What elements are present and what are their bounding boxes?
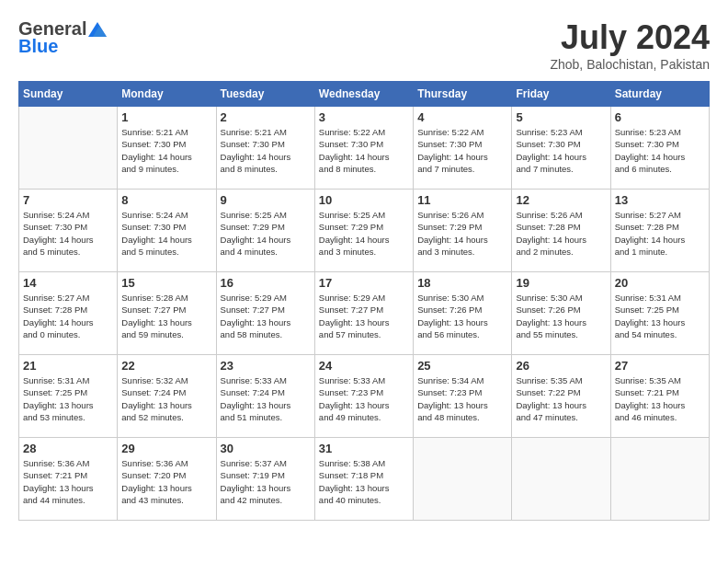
month-title: July 2024 xyxy=(550,18,710,57)
day-of-week-header: Saturday xyxy=(610,82,709,107)
day-info: Sunrise: 5:37 AM Sunset: 7:19 PM Dayligh… xyxy=(221,457,311,506)
day-of-week-header: Friday xyxy=(512,82,610,107)
day-of-week-header: Wednesday xyxy=(314,82,413,107)
calendar-cell: 28Sunrise: 5:36 AM Sunset: 7:21 PM Dayli… xyxy=(19,438,118,521)
day-number: 18 xyxy=(417,276,507,290)
day-info: Sunrise: 5:23 AM Sunset: 7:30 PM Dayligh… xyxy=(516,126,606,175)
calendar-cell: 2Sunrise: 5:21 AM Sunset: 7:30 PM Daylig… xyxy=(216,107,314,190)
calendar-cell: 25Sunrise: 5:34 AM Sunset: 7:23 PM Dayli… xyxy=(414,355,512,438)
day-info: Sunrise: 5:31 AM Sunset: 7:25 PM Dayligh… xyxy=(615,292,705,340)
day-number: 4 xyxy=(417,110,507,124)
day-number: 1 xyxy=(121,110,211,124)
calendar-cell: 20Sunrise: 5:31 AM Sunset: 7:25 PM Dayli… xyxy=(610,272,709,355)
day-number: 28 xyxy=(23,442,113,455)
calendar-cell: 27Sunrise: 5:35 AM Sunset: 7:21 PM Dayli… xyxy=(610,355,709,438)
calendar-cell: 23Sunrise: 5:33 AM Sunset: 7:24 PM Dayli… xyxy=(216,355,314,438)
day-number: 9 xyxy=(221,193,311,207)
day-info: Sunrise: 5:29 AM Sunset: 7:27 PM Dayligh… xyxy=(319,292,409,340)
day-info: Sunrise: 5:26 AM Sunset: 7:28 PM Dayligh… xyxy=(516,209,606,258)
day-info: Sunrise: 5:23 AM Sunset: 7:30 PM Dayligh… xyxy=(615,126,705,175)
page-header: General Blue July 2024 Zhob, Balochistan… xyxy=(18,18,710,72)
calendar-cell: 8Sunrise: 5:24 AM Sunset: 7:30 PM Daylig… xyxy=(118,190,216,272)
day-info: Sunrise: 5:33 AM Sunset: 7:23 PM Dayligh… xyxy=(319,374,409,423)
calendar-cell: 9Sunrise: 5:25 AM Sunset: 7:29 PM Daylig… xyxy=(216,190,314,272)
day-number: 14 xyxy=(23,276,113,290)
calendar-week-row: 1Sunrise: 5:21 AM Sunset: 7:30 PM Daylig… xyxy=(19,107,710,190)
calendar-cell xyxy=(19,107,118,190)
calendar-cell: 30Sunrise: 5:37 AM Sunset: 7:19 PM Dayli… xyxy=(216,438,314,521)
day-number: 21 xyxy=(23,359,113,373)
day-number: 6 xyxy=(615,110,705,124)
calendar-cell: 3Sunrise: 5:22 AM Sunset: 7:30 PM Daylig… xyxy=(314,107,413,190)
day-info: Sunrise: 5:27 AM Sunset: 7:28 PM Dayligh… xyxy=(615,209,705,258)
day-info: Sunrise: 5:29 AM Sunset: 7:27 PM Dayligh… xyxy=(221,292,311,340)
calendar-cell xyxy=(512,438,610,521)
calendar-cell xyxy=(610,438,709,521)
day-info: Sunrise: 5:21 AM Sunset: 7:30 PM Dayligh… xyxy=(221,126,311,175)
day-number: 23 xyxy=(221,359,311,373)
calendar-cell: 13Sunrise: 5:27 AM Sunset: 7:28 PM Dayli… xyxy=(610,190,709,272)
day-number: 7 xyxy=(23,193,113,207)
day-info: Sunrise: 5:32 AM Sunset: 7:24 PM Dayligh… xyxy=(121,374,211,423)
day-number: 22 xyxy=(121,359,211,373)
calendar-cell: 7Sunrise: 5:24 AM Sunset: 7:30 PM Daylig… xyxy=(19,190,118,272)
title-area: July 2024 Zhob, Balochistan, Pakistan xyxy=(550,18,710,72)
day-of-week-header: Tuesday xyxy=(216,82,314,107)
day-number: 15 xyxy=(121,276,211,290)
day-info: Sunrise: 5:31 AM Sunset: 7:25 PM Dayligh… xyxy=(23,374,113,423)
day-number: 3 xyxy=(319,110,409,124)
day-info: Sunrise: 5:21 AM Sunset: 7:30 PM Dayligh… xyxy=(121,126,211,175)
calendar-cell: 5Sunrise: 5:23 AM Sunset: 7:30 PM Daylig… xyxy=(512,107,610,190)
calendar-cell: 16Sunrise: 5:29 AM Sunset: 7:27 PM Dayli… xyxy=(216,272,314,355)
day-number: 11 xyxy=(417,193,507,207)
calendar-cell: 31Sunrise: 5:38 AM Sunset: 7:18 PM Dayli… xyxy=(314,438,413,521)
day-number: 25 xyxy=(417,359,507,373)
calendar-cell: 15Sunrise: 5:28 AM Sunset: 7:27 PM Dayli… xyxy=(118,272,216,355)
location-text: Zhob, Balochistan, Pakistan xyxy=(550,57,710,72)
calendar-cell: 29Sunrise: 5:36 AM Sunset: 7:20 PM Dayli… xyxy=(118,438,216,521)
calendar-cell: 26Sunrise: 5:35 AM Sunset: 7:22 PM Dayli… xyxy=(512,355,610,438)
calendar-cell: 12Sunrise: 5:26 AM Sunset: 7:28 PM Dayli… xyxy=(512,190,610,272)
day-number: 10 xyxy=(319,193,409,207)
day-info: Sunrise: 5:30 AM Sunset: 7:26 PM Dayligh… xyxy=(516,292,606,340)
day-number: 27 xyxy=(615,359,705,373)
calendar-table: SundayMondayTuesdayWednesdayThursdayFrid… xyxy=(18,81,710,521)
day-number: 17 xyxy=(319,276,409,290)
day-number: 24 xyxy=(319,359,409,373)
calendar-cell: 22Sunrise: 5:32 AM Sunset: 7:24 PM Dayli… xyxy=(118,355,216,438)
logo: General Blue xyxy=(18,18,107,57)
calendar-cell: 14Sunrise: 5:27 AM Sunset: 7:28 PM Dayli… xyxy=(19,272,118,355)
calendar-week-row: 21Sunrise: 5:31 AM Sunset: 7:25 PM Dayli… xyxy=(19,355,710,438)
day-number: 30 xyxy=(221,442,311,455)
calendar-header-row: SundayMondayTuesdayWednesdayThursdayFrid… xyxy=(19,82,710,107)
day-info: Sunrise: 5:22 AM Sunset: 7:30 PM Dayligh… xyxy=(417,126,507,175)
day-info: Sunrise: 5:24 AM Sunset: 7:30 PM Dayligh… xyxy=(23,209,113,258)
day-of-week-header: Sunday xyxy=(19,82,118,107)
day-info: Sunrise: 5:28 AM Sunset: 7:27 PM Dayligh… xyxy=(121,292,211,340)
calendar-cell: 6Sunrise: 5:23 AM Sunset: 7:30 PM Daylig… xyxy=(610,107,709,190)
day-info: Sunrise: 5:22 AM Sunset: 7:30 PM Dayligh… xyxy=(319,126,409,175)
day-info: Sunrise: 5:35 AM Sunset: 7:21 PM Dayligh… xyxy=(615,374,705,423)
day-number: 26 xyxy=(516,359,606,373)
day-number: 31 xyxy=(319,442,409,455)
calendar-cell: 1Sunrise: 5:21 AM Sunset: 7:30 PM Daylig… xyxy=(118,107,216,190)
day-number: 2 xyxy=(221,110,311,124)
calendar-cell: 18Sunrise: 5:30 AM Sunset: 7:26 PM Dayli… xyxy=(414,272,512,355)
calendar-cell: 4Sunrise: 5:22 AM Sunset: 7:30 PM Daylig… xyxy=(414,107,512,190)
calendar-cell xyxy=(414,438,512,521)
day-number: 16 xyxy=(221,276,311,290)
day-info: Sunrise: 5:33 AM Sunset: 7:24 PM Dayligh… xyxy=(221,374,311,423)
day-number: 12 xyxy=(516,193,606,207)
day-info: Sunrise: 5:27 AM Sunset: 7:28 PM Dayligh… xyxy=(23,292,113,340)
calendar-cell: 19Sunrise: 5:30 AM Sunset: 7:26 PM Dayli… xyxy=(512,272,610,355)
calendar-cell: 21Sunrise: 5:31 AM Sunset: 7:25 PM Dayli… xyxy=(19,355,118,438)
day-info: Sunrise: 5:25 AM Sunset: 7:29 PM Dayligh… xyxy=(221,209,311,258)
calendar-week-row: 7Sunrise: 5:24 AM Sunset: 7:30 PM Daylig… xyxy=(19,190,710,272)
day-number: 5 xyxy=(516,110,606,124)
day-info: Sunrise: 5:36 AM Sunset: 7:20 PM Dayligh… xyxy=(121,457,211,506)
day-info: Sunrise: 5:30 AM Sunset: 7:26 PM Dayligh… xyxy=(417,292,507,340)
day-number: 13 xyxy=(615,193,705,207)
day-of-week-header: Monday xyxy=(118,82,216,107)
calendar-cell: 10Sunrise: 5:25 AM Sunset: 7:29 PM Dayli… xyxy=(314,190,413,272)
calendar-cell: 17Sunrise: 5:29 AM Sunset: 7:27 PM Dayli… xyxy=(314,272,413,355)
